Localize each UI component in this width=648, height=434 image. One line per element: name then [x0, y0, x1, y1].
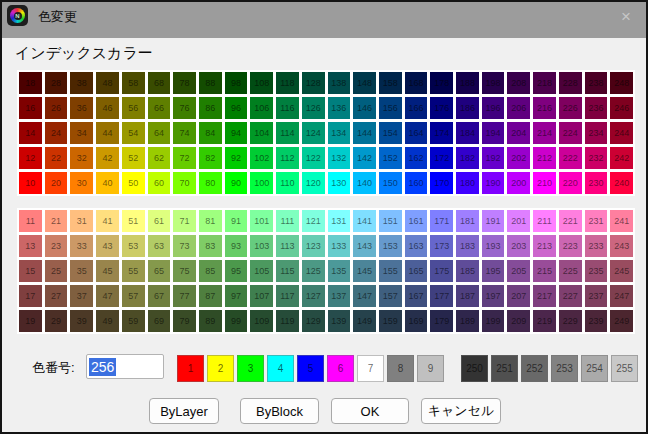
color-swatch-132[interactable]: 132: [328, 147, 351, 169]
color-swatch-30[interactable]: 30: [70, 172, 93, 194]
color-swatch-204[interactable]: 204: [507, 122, 530, 144]
color-swatch-193[interactable]: 193: [482, 235, 505, 257]
color-swatch-207[interactable]: 207: [507, 285, 530, 307]
color-swatch-130[interactable]: 130: [328, 172, 351, 194]
color-swatch-120[interactable]: 120: [302, 172, 325, 194]
color-swatch-95[interactable]: 95: [225, 260, 248, 282]
color-swatch-123[interactable]: 123: [302, 235, 325, 257]
color-swatch-181[interactable]: 181: [456, 210, 479, 232]
color-swatch-17[interactable]: 17: [19, 285, 42, 307]
color-swatch-234[interactable]: 234: [585, 122, 608, 144]
color-number-input[interactable]: 256: [86, 354, 164, 379]
color-swatch-110[interactable]: 110: [276, 172, 299, 194]
color-swatch-26[interactable]: 26: [45, 97, 68, 119]
color-swatch-216[interactable]: 216: [533, 97, 556, 119]
color-swatch-36[interactable]: 36: [70, 97, 93, 119]
color-swatch-167[interactable]: 167: [405, 285, 428, 307]
color-swatch-160[interactable]: 160: [405, 172, 428, 194]
color-swatch-84[interactable]: 84: [199, 122, 222, 144]
color-swatch-201[interactable]: 201: [507, 210, 530, 232]
color-swatch-70[interactable]: 70: [173, 172, 196, 194]
color-swatch-246[interactable]: 246: [610, 97, 633, 119]
color-swatch-188[interactable]: 188: [456, 72, 479, 94]
color-swatch-253[interactable]: 253: [551, 355, 578, 382]
color-swatch-18[interactable]: 18: [19, 72, 42, 94]
color-swatch-5[interactable]: 5: [297, 355, 324, 382]
color-swatch-114[interactable]: 114: [276, 122, 299, 144]
color-swatch-41[interactable]: 41: [96, 210, 119, 232]
color-swatch-152[interactable]: 152: [379, 147, 402, 169]
color-swatch-103[interactable]: 103: [250, 235, 273, 257]
color-swatch-171[interactable]: 171: [430, 210, 453, 232]
color-swatch-78[interactable]: 78: [173, 72, 196, 94]
color-swatch-156[interactable]: 156: [379, 97, 402, 119]
color-swatch-49[interactable]: 49: [96, 310, 119, 332]
cancel-button[interactable]: キャンセル: [421, 398, 501, 424]
color-swatch-87[interactable]: 87: [199, 285, 222, 307]
color-swatch-244[interactable]: 244: [610, 122, 633, 144]
color-swatch-170[interactable]: 170: [430, 172, 453, 194]
color-swatch-86[interactable]: 86: [199, 97, 222, 119]
color-swatch-20[interactable]: 20: [45, 172, 68, 194]
color-swatch-46[interactable]: 46: [96, 97, 119, 119]
color-swatch-127[interactable]: 127: [302, 285, 325, 307]
color-swatch-1[interactable]: 1: [177, 355, 204, 382]
color-swatch-96[interactable]: 96: [225, 97, 248, 119]
color-swatch-50[interactable]: 50: [122, 172, 145, 194]
color-swatch-65[interactable]: 65: [148, 260, 171, 282]
color-swatch-21[interactable]: 21: [45, 210, 68, 232]
color-swatch-198[interactable]: 198: [482, 72, 505, 94]
color-swatch-56[interactable]: 56: [122, 97, 145, 119]
color-swatch-42[interactable]: 42: [96, 147, 119, 169]
color-swatch-28[interactable]: 28: [45, 72, 68, 94]
color-swatch-47[interactable]: 47: [96, 285, 119, 307]
color-swatch-64[interactable]: 64: [148, 122, 171, 144]
color-swatch-97[interactable]: 97: [225, 285, 248, 307]
color-swatch-140[interactable]: 140: [353, 172, 376, 194]
color-swatch-220[interactable]: 220: [559, 172, 582, 194]
color-swatch-241[interactable]: 241: [610, 210, 633, 232]
color-swatch-221[interactable]: 221: [559, 210, 582, 232]
color-swatch-14[interactable]: 14: [19, 122, 42, 144]
color-swatch-24[interactable]: 24: [45, 122, 68, 144]
color-swatch-180[interactable]: 180: [456, 172, 479, 194]
color-swatch-212[interactable]: 212: [533, 147, 556, 169]
color-swatch-10[interactable]: 10: [19, 172, 42, 194]
color-swatch-54[interactable]: 54: [122, 122, 145, 144]
color-swatch-16[interactable]: 16: [19, 97, 42, 119]
color-swatch-15[interactable]: 15: [19, 260, 42, 282]
color-swatch-223[interactable]: 223: [559, 235, 582, 257]
color-swatch-113[interactable]: 113: [276, 235, 299, 257]
color-swatch-131[interactable]: 131: [328, 210, 351, 232]
color-swatch-63[interactable]: 63: [148, 235, 171, 257]
color-swatch-105[interactable]: 105: [250, 260, 273, 282]
color-swatch-93[interactable]: 93: [225, 235, 248, 257]
color-swatch-139[interactable]: 139: [328, 310, 351, 332]
color-swatch-83[interactable]: 83: [199, 235, 222, 257]
color-swatch-116[interactable]: 116: [276, 97, 299, 119]
color-swatch-51[interactable]: 51: [122, 210, 145, 232]
color-swatch-137[interactable]: 137: [328, 285, 351, 307]
color-swatch-60[interactable]: 60: [148, 172, 171, 194]
color-swatch-175[interactable]: 175: [430, 260, 453, 282]
color-swatch-74[interactable]: 74: [173, 122, 196, 144]
color-swatch-248[interactable]: 248: [610, 72, 633, 94]
color-swatch-32[interactable]: 32: [70, 147, 93, 169]
color-swatch-11[interactable]: 11: [19, 210, 42, 232]
color-swatch-196[interactable]: 196: [482, 97, 505, 119]
color-swatch-22[interactable]: 22: [45, 147, 68, 169]
color-swatch-34[interactable]: 34: [70, 122, 93, 144]
color-swatch-58[interactable]: 58: [122, 72, 145, 94]
color-swatch-98[interactable]: 98: [225, 72, 248, 94]
color-swatch-159[interactable]: 159: [379, 310, 402, 332]
color-swatch-145[interactable]: 145: [353, 260, 376, 282]
color-swatch-235[interactable]: 235: [585, 260, 608, 282]
color-swatch-37[interactable]: 37: [70, 285, 93, 307]
color-swatch-158[interactable]: 158: [379, 72, 402, 94]
color-swatch-249[interactable]: 249: [610, 310, 633, 332]
color-swatch-69[interactable]: 69: [148, 310, 171, 332]
color-swatch-27[interactable]: 27: [45, 285, 68, 307]
color-swatch-222[interactable]: 222: [559, 147, 582, 169]
color-swatch-135[interactable]: 135: [328, 260, 351, 282]
color-swatch-199[interactable]: 199: [482, 310, 505, 332]
